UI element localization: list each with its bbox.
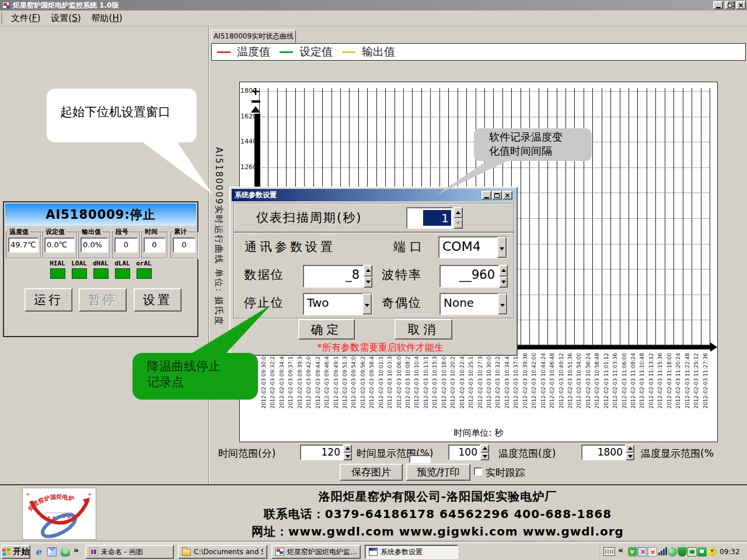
time-display-spinner[interactable] [480,444,489,460]
legend-item: 设定值 [280,44,333,60]
parity-combobox[interactable]: None [439,293,508,315]
realtime-track-checkbox[interactable] [474,467,482,475]
restore-button[interactable] [725,1,735,9]
port-value: COM4 [439,237,497,258]
x-tick-text: 2012-02-03 09:42:00 [305,353,312,409]
x-tick-label: 2012-02-03 09:56:24 [358,352,368,417]
spin-up-icon[interactable] [453,207,463,218]
v-gridline [539,88,539,345]
status-field-group: 输出值0.0% [78,232,110,258]
tab-label: AI5180009实时状态曲线 [214,32,294,41]
baud-spinner[interactable] [499,265,508,288]
keyboard-icon[interactable] [603,547,615,556]
dropdown-icon[interactable] [497,237,507,258]
x-tick-label: 2012-02-03 10:03:36 [385,352,395,417]
task-button[interactable]: 炬星窑炉国炬电炉监... [271,545,361,559]
antivirus-icon[interactable] [628,547,637,556]
time-range-input[interactable]: 120 [300,444,343,460]
task-label: 系统参数设置 [381,547,423,557]
tab-realtime-curve[interactable]: AI5180009实时状态曲线 [211,30,296,43]
network-offline-icon[interactable] [638,547,647,556]
preview-print-button[interactable]: 预览/打印 [406,464,470,481]
callout-text: 软件记录温度变 [489,130,592,144]
scan-period-input[interactable]: 1 [406,207,453,229]
start-button[interactable]: 开始 [1,545,30,559]
x-tick-text: 2012-02-03 10:56:24 [585,353,592,409]
spin-up-icon[interactable] [480,444,489,453]
x-tick-text: 2012-02-03 09:56:24 [359,353,366,409]
x-tick-text: 2012-02-03 11:13:12 [648,353,655,409]
setup-button[interactable]: 设置 [134,288,181,312]
outlook-express-icon[interactable] [47,547,57,556]
ok-label: 确定 [311,321,343,338]
security-shield-icon[interactable] [678,547,687,556]
task-button[interactable]: 未命名 - 画图 [85,545,174,559]
temp-range-spinner[interactable] [626,444,634,460]
realtime-track-label: 实时跟踪 [486,466,525,480]
pause-button[interactable]: 暂停 [79,288,127,312]
run-button[interactable]: 运行 [25,288,72,312]
x-tick-text: 2012-02-03 09:54:00 [350,353,357,409]
port-combobox[interactable]: COM4 [438,236,507,258]
menu-item-label: ) [78,13,81,23]
messenger-icon[interactable] [697,547,707,556]
databits-spinner[interactable] [364,265,372,288]
spin-up-icon[interactable] [364,265,372,276]
menu-item-s[interactable]: 设置(S) [46,11,86,26]
taskbar: 开始 » 未命名 - 画图C:\Documents and Se...炬星窑炉国… [0,542,747,560]
spin-up-icon[interactable] [499,265,508,276]
x-tick-text: 2012-02-03 10:54:00 [575,353,582,409]
task-button[interactable]: C:\Documents and Se... [178,545,267,559]
databits-label: 数据位 [244,267,284,283]
graphics-icon[interactable] [668,547,677,556]
legend-items: 温度值设定值输出值 [217,44,404,60]
quick-launch-chevron-icon[interactable]: » [74,545,79,555]
menu-item-f[interactable]: 文件(F) [6,11,46,26]
tray-chevron-icon[interactable]: « [618,545,623,555]
power-icon[interactable] [687,547,697,556]
alarm-lamp-icon [50,268,65,279]
v-gridline [574,88,575,345]
save-image-button[interactable]: 保存图片 [340,464,403,481]
spin-down-icon[interactable] [480,453,489,461]
port-label: 端口 [393,239,426,255]
menu-item-h[interactable]: 帮助(H) [86,11,128,26]
temp-range-input[interactable]: 1800 [581,444,626,460]
spin-up-icon[interactable] [626,444,634,453]
spin-up-icon[interactable] [343,444,352,453]
legend-label: 温度值 [237,44,270,60]
v-gridline [557,88,557,345]
dropdown-icon[interactable] [498,293,507,314]
stopbits-combobox[interactable]: Two [303,293,372,315]
baud-input[interactable]: __960 [439,265,499,288]
msn-messenger-icon[interactable] [61,547,70,556]
databits-input[interactable]: _8 [303,265,364,288]
ok-button[interactable]: 确定 [298,319,355,340]
spin-down-icon[interactable] [626,453,634,461]
download-icon[interactable] [707,547,717,556]
task-area: 未命名 - 画图C:\Documents and Se...炬星窑炉国炬电炉监.… [85,545,458,559]
x-tick-label: 2012-02-03 09:37:12 [286,352,295,417]
close-button[interactable]: × [736,1,746,9]
status-panel: AI5180009:停止 温度值49.7℃设定值0.0℃输出值0.0%段号0时间… [3,201,198,337]
alarm-indicator: LOAL [71,260,87,279]
spin-down-icon[interactable] [453,218,463,229]
y-tick-label: 1440 [240,138,256,145]
spin-down-icon[interactable] [364,276,372,288]
status-field-value: 49.7℃ [8,237,39,253]
spin-down-icon[interactable] [499,276,508,288]
signal-strength-icon[interactable] [658,547,667,556]
minimize-button[interactable] [713,1,723,9]
x-tick-text: 2012-02-03 11:20:24 [675,353,682,409]
spin-down-icon[interactable] [343,453,352,461]
time-display-input[interactable]: 100 [448,444,480,460]
furnace-app-icon [275,548,284,556]
time-range-spinner[interactable] [343,444,352,460]
scan-period-spinner[interactable] [453,207,463,229]
task-button[interactable]: 系统参数设置 [365,545,458,559]
volume-muted-icon[interactable] [648,547,657,556]
ie-icon[interactable] [34,547,43,556]
pane-divider [208,26,210,485]
dropdown-icon[interactable] [362,293,372,314]
cancel-button[interactable]: 取消 [395,319,452,340]
